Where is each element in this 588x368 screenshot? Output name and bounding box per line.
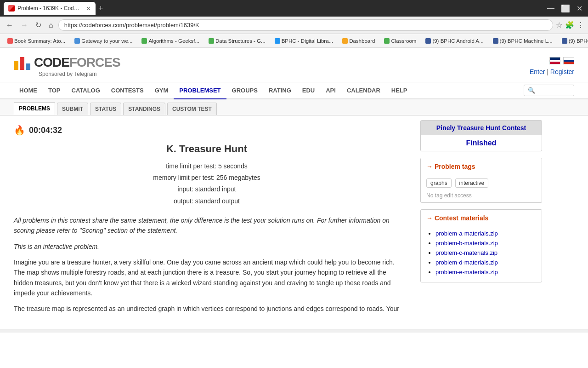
minimize-icon[interactable]: —: [545, 4, 556, 13]
browser-tab[interactable]: Problem - 1639K - Codeforces ✕: [4, 2, 96, 15]
language-flags: [549, 57, 574, 64]
auth-links: Enter | Register: [530, 68, 574, 75]
contest-box-title: Pinely Treasure Hunt Contest: [421, 121, 542, 135]
bookmark-8[interactable]: (9) BPHC Machine L...: [489, 37, 556, 45]
material-item-0: problem-a-materials.zip: [435, 230, 536, 237]
address-bar[interactable]: [58, 19, 553, 31]
material-item-3: problem-d-materials.zip: [435, 259, 536, 266]
tags-box: → Problem tags graphs interactive No tag…: [420, 158, 542, 203]
time-limit: time limit per test: 5 seconds: [14, 161, 400, 172]
tags-header: → Problem tags: [421, 158, 542, 175]
material-item-1: problem-b-materials.zip: [435, 240, 536, 247]
nav-gym[interactable]: GYM: [149, 82, 174, 98]
new-tab-button[interactable]: +: [98, 4, 103, 13]
tag-graphs[interactable]: graphs: [426, 178, 452, 188]
bookmarks-bar: Book Summary: Ato... Gateway to your we.…: [0, 34, 588, 48]
enter-link[interactable]: Enter: [530, 68, 545, 75]
material-item-4: problem-e-materials.zip: [435, 269, 536, 276]
russian-flag[interactable]: [563, 57, 574, 64]
nav-search: [524, 85, 574, 96]
timer-display: 00:04:32: [29, 126, 62, 135]
nav-home[interactable]: HOME: [14, 82, 43, 98]
menu-icon[interactable]: ⋮: [577, 21, 584, 29]
nav-top[interactable]: TOP: [43, 82, 66, 98]
input-type: input: standard input: [14, 184, 400, 195]
nav-edu[interactable]: EDU: [297, 82, 320, 98]
material-link-1[interactable]: problem-b-materials.zip: [435, 240, 498, 247]
material-link-0[interactable]: problem-a-materials.zip: [435, 230, 498, 237]
bar-blue: [26, 63, 30, 70]
bookmark-5[interactable]: Dashboard: [339, 37, 379, 45]
bookmark-star-icon[interactable]: ☆: [556, 21, 562, 29]
problem-content: 🔥 00:04:32 K. Treasure Hunt time limit p…: [0, 115, 588, 329]
nav-problemset[interactable]: PROBLEMSET: [174, 82, 226, 99]
memory-limit: memory limit per test: 256 megabytes: [14, 172, 400, 184]
bar-yellow: [14, 61, 18, 70]
logo-text: CODEFORCES: [34, 55, 120, 70]
english-flag[interactable]: [549, 57, 560, 64]
back-button[interactable]: ←: [4, 20, 16, 30]
extensions-icon[interactable]: 🧩: [565, 21, 574, 29]
scrollbar[interactable]: [0, 329, 588, 333]
bar-red: [20, 57, 24, 70]
bookmark-0[interactable]: Book Summary: Ato...: [4, 37, 69, 45]
cf-logo: CODEFORCES Sponsored by Telegram: [14, 55, 120, 77]
output-type: output: standard output: [14, 196, 400, 207]
register-link[interactable]: Register: [550, 68, 574, 75]
nav-catalog[interactable]: CATALOG: [66, 82, 106, 98]
bookmark-6[interactable]: Classroom: [380, 37, 420, 45]
contest-box: Pinely Treasure Hunt Contest Finished: [420, 120, 542, 151]
browser-toolbar: ← → ↻ ⌂ ☆ 🧩 ⋮: [0, 17, 588, 34]
problem-paragraph-2: The treasure map is represented as an un…: [14, 304, 400, 314]
nav-help[interactable]: HELP: [386, 82, 413, 98]
forward-button[interactable]: →: [18, 20, 30, 30]
tab-status[interactable]: STATUS: [90, 103, 121, 115]
cf-nav: HOME TOP CATALOG CONTESTS GYM PROBLEMSET…: [0, 82, 588, 99]
page: CODEFORCES Sponsored by Telegram Enter |…: [0, 48, 588, 333]
nav-groups[interactable]: GROUPS: [226, 82, 263, 98]
bookmark-2[interactable]: Algorithms - Geeksf...: [138, 37, 203, 45]
reload-button[interactable]: ↻: [33, 20, 44, 30]
window-controls: — ⬜ ✕: [545, 4, 584, 13]
contest-title-link[interactable]: Pinely Treasure Hunt Contest: [436, 124, 526, 132]
sponsor-text: Sponsored by Telegram: [39, 71, 120, 77]
nav-api[interactable]: API: [320, 82, 341, 98]
nav-contests[interactable]: CONTESTS: [106, 82, 149, 98]
bookmark-4[interactable]: BPHC - Digital Libra...: [271, 37, 337, 45]
bookmark-3[interactable]: Data Structures - G...: [205, 37, 269, 45]
tab-problems[interactable]: PROBLEMS: [14, 102, 55, 115]
problem-body: All problems in this contest share the s…: [14, 215, 400, 314]
interactive-note: This is an interactive problem.: [14, 242, 400, 252]
bookmark-9[interactable]: (9) BPHC Python | F...: [558, 37, 588, 45]
cf-header: CODEFORCES Sponsored by Telegram Enter |…: [0, 48, 588, 82]
close-icon[interactable]: ✕: [575, 4, 584, 13]
contest-status: Finished: [421, 135, 542, 151]
problem-tabs: PROBLEMS SUBMIT STATUS STANDINGS CUSTOM …: [0, 99, 588, 115]
header-right: Enter | Register: [530, 57, 574, 75]
nav-calendar[interactable]: CALENDAR: [341, 82, 386, 98]
home-button[interactable]: ⌂: [46, 20, 56, 30]
material-link-2[interactable]: problem-c-materials.zip: [435, 249, 498, 256]
materials-box: → Contest materials problem-a-materials.…: [420, 209, 542, 282]
tab-title: Problem - 1639K - Codeforces: [17, 5, 82, 12]
tab-custom-test[interactable]: CUSTOM TEST: [167, 103, 217, 115]
search-input[interactable]: [524, 85, 574, 96]
timer-row: 🔥 00:04:32: [14, 125, 400, 136]
tab-close-button[interactable]: ✕: [86, 5, 91, 12]
materials-body: problem-a-materials.zip problem-b-materi…: [421, 226, 542, 282]
tags-body: graphs interactive No tag edit access: [421, 175, 542, 202]
logo-bars: [14, 55, 30, 70]
bookmark-7[interactable]: (9) BPHC Android A...: [422, 37, 487, 45]
toolbar-actions: ☆ 🧩 ⋮: [556, 21, 584, 29]
material-link-4[interactable]: problem-e-materials.zip: [435, 269, 498, 276]
material-link-3[interactable]: problem-d-materials.zip: [435, 259, 498, 266]
tab-submit[interactable]: SUBMIT: [57, 103, 88, 115]
problem-sidebar: Pinely Treasure Hunt Contest Finished → …: [413, 115, 549, 329]
timer-icon: 🔥: [14, 125, 25, 136]
bookmark-1[interactable]: Gateway to your we...: [71, 37, 136, 45]
tab-standings[interactable]: STANDINGS: [123, 103, 165, 115]
tag-interactive[interactable]: interactive: [455, 178, 489, 188]
nav-rating[interactable]: RATING: [263, 82, 297, 98]
maximize-icon[interactable]: ⬜: [559, 4, 572, 13]
problem-title: K. Treasure Hunt: [14, 143, 400, 155]
